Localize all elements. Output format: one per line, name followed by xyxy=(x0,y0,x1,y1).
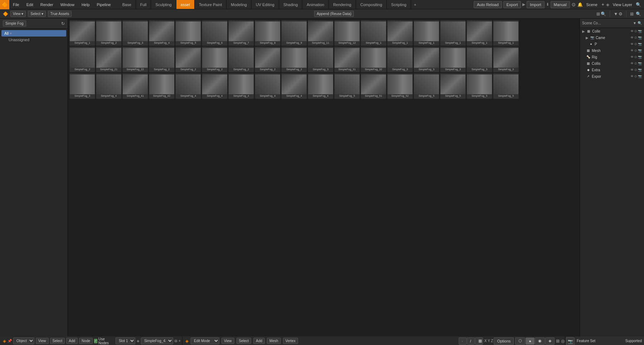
asset-simplefog-1c[interactable]: SimpleFog_1 xyxy=(387,20,413,46)
asset-simplefog-1d[interactable]: SimpleFog_1 xyxy=(414,20,439,46)
asset-r2-8[interactable]: SimpleFog_2 xyxy=(255,47,280,72)
import-button[interactable]: Import xyxy=(527,1,544,8)
menu-pipeline[interactable]: Pipeline xyxy=(93,0,114,9)
overlay-icon[interactable]: ⊞ xyxy=(556,339,560,344)
asset-grid[interactable]: SimpleFog_1 SimpleFog_2 SimpleFog_3 Simp… xyxy=(68,19,580,336)
asset-simplefog-7[interactable]: SimpleFog_7 xyxy=(228,20,254,46)
copy-icon[interactable]: ⧉ xyxy=(175,339,177,343)
ws-tab-sculpting[interactable]: Sculpting xyxy=(151,0,176,9)
asset-r2-2[interactable]: SimpleFog_21 xyxy=(96,47,122,72)
vp-vertex-btn[interactable]: Vertex xyxy=(283,338,298,344)
asset-r3-9[interactable]: SimpleFog_4 xyxy=(281,73,307,99)
object-mode-select[interactable]: Object xyxy=(13,337,34,344)
asset-simplefog-1e[interactable]: SimpleFog_1 xyxy=(440,20,466,46)
menu-edit[interactable]: Edit xyxy=(23,0,37,9)
asset-r3-5[interactable]: SimpleFog_4 xyxy=(175,73,201,99)
ws-tab-animation[interactable]: Animation xyxy=(302,0,329,9)
catalog-unassigned[interactable]: Unassigned xyxy=(1,37,66,43)
outliner-item-expor[interactable]: ↗ Expor 👁 ⊙ 📷 xyxy=(580,73,644,80)
render-icon[interactable]: 📷 xyxy=(638,29,642,33)
outliner-item-colle[interactable]: ▶ ▦ Colle 👁 ⊙ 📷 xyxy=(580,28,644,34)
asset-r2-14[interactable]: SimpleFog_3 xyxy=(414,47,439,72)
asset-r2-7[interactable]: SimpleFog_2 xyxy=(228,47,254,72)
solid-btn[interactable]: ● xyxy=(526,337,535,345)
add-btn[interactable]: Add xyxy=(66,338,78,344)
ws-tab-asset[interactable]: asset xyxy=(176,0,195,9)
ws-tab-scripting[interactable]: Scripting xyxy=(387,0,411,9)
menu-file[interactable]: File xyxy=(9,0,23,9)
ws-tab-full[interactable]: Full xyxy=(136,0,151,9)
vis-icon[interactable]: 👁 xyxy=(630,29,634,33)
pin-icon[interactable]: 📌 xyxy=(8,339,12,343)
outliner-item-rig[interactable]: 🦴 Rig 👁 ⊙ 📷 xyxy=(580,54,644,60)
catalog-all[interactable]: All + xyxy=(1,30,66,37)
view-btn[interactable]: View xyxy=(36,338,49,344)
outliner-item-extra[interactable]: ◆ Extra 👁 ⊙ 📷 xyxy=(580,67,644,73)
asset-r3-8[interactable]: SimpleFog_4 xyxy=(255,73,280,99)
use-nodes-checkbox[interactable]: ✓ xyxy=(94,339,97,343)
asset-simplefog-9[interactable]: SimpleFog_9 xyxy=(281,20,307,46)
render-tab-icon[interactable]: 📷 xyxy=(574,337,575,345)
vertex-select-btn[interactable]: · xyxy=(459,337,467,345)
library-dropdown[interactable]: Simple Fog xyxy=(3,20,26,27)
asset-r2-17[interactable]: SimpleFog_3 xyxy=(493,47,519,72)
asset-r2-5[interactable]: SimpleFog_2 xyxy=(175,47,201,72)
asset-simplefog-11[interactable]: SimpleFog_11 xyxy=(308,20,333,46)
xray-icon[interactable]: X Y Z xyxy=(484,339,493,343)
asset-simplefog-2[interactable]: SimpleFog_2 xyxy=(96,20,122,46)
vp-view-btn[interactable]: View xyxy=(221,338,234,344)
outliner-item-camera[interactable]: ▶ 📷 Came 👁 ⊙ 📷 xyxy=(580,34,644,41)
vp-add-btn[interactable]: Add xyxy=(253,338,265,344)
outliner-item-mesh[interactable]: ▦ Mesh 👁 ⊙ 📷 xyxy=(580,47,644,54)
asset-simplefog-1g[interactable]: SimpleFog_1 xyxy=(493,20,519,46)
ws-tab-texture-paint[interactable]: Texture Paint xyxy=(195,0,226,9)
vp-mesh-btn[interactable]: Mesh xyxy=(267,338,280,344)
vp-select-btn[interactable]: Select xyxy=(236,338,252,344)
gizmo-icon[interactable]: ◎ xyxy=(561,339,565,344)
asset-r3-2[interactable]: SimpleFog_4 xyxy=(96,73,122,99)
asset-simplefog-6[interactable]: SimpleFog_6 xyxy=(202,20,228,46)
asset-simplefog-1[interactable]: SimpleFog_1 xyxy=(69,20,95,46)
asset-r3-10[interactable]: SimpleFog_4 xyxy=(308,73,333,99)
manual-button[interactable]: Manual xyxy=(551,1,570,8)
asset-r3-14[interactable]: SimpleFog_5 xyxy=(414,73,439,99)
select-icon[interactable]: ⊙ xyxy=(634,29,637,33)
asset-r2-1[interactable]: SimpleFog_2 xyxy=(69,47,95,72)
ws-tab-add[interactable]: + xyxy=(411,0,419,9)
asset-r2-6[interactable]: SimpleFog_2 xyxy=(202,47,228,72)
filter-icon[interactable]: ▼ xyxy=(633,21,636,25)
ws-tab-uv-editing[interactable]: UV Editing xyxy=(252,0,279,9)
asset-r2-16[interactable]: SimpleFog_3 xyxy=(467,47,492,72)
asset-r2-9[interactable]: SimpleFog_2 xyxy=(281,47,307,72)
search-icon[interactable]: 🔍 xyxy=(638,21,642,25)
material-preview-btn[interactable]: ◉ xyxy=(535,337,545,345)
asset-r3-13[interactable]: SimpleFog_52 xyxy=(387,73,413,99)
menu-help[interactable]: Help xyxy=(78,0,93,9)
ws-tab-shading[interactable]: Shading xyxy=(279,0,302,9)
asset-r2-3[interactable]: SimpleFog_22 xyxy=(122,47,148,72)
ws-tab-rendering[interactable]: Rendering xyxy=(329,0,356,9)
asset-simplefog-12[interactable]: SimpleFog_12 xyxy=(334,20,360,46)
asset-simplefog-1b[interactable]: SimpleFog_1 xyxy=(361,20,386,46)
asset-r3-7[interactable]: SimpleFog_4 xyxy=(228,73,254,99)
asset-simplefog-4[interactable]: SimpleFog_4 xyxy=(149,20,175,46)
append-dropdown[interactable]: Append (Reuse Data) xyxy=(314,11,354,17)
material-select[interactable]: SimpleFog_43 xyxy=(141,337,173,344)
new-icon[interactable]: + xyxy=(179,339,181,343)
select-btn[interactable]: Select xyxy=(50,338,65,344)
use-nodes-toggle[interactable]: ✓ Use Nodes xyxy=(94,337,110,345)
asset-r2-4[interactable]: SimpleFog_2 xyxy=(149,47,175,72)
asset-dropdown[interactable]: True Assets xyxy=(48,11,72,17)
asset-r3-1[interactable]: SimpleFog_3 xyxy=(69,73,95,99)
outliner-item-collis[interactable]: ▦ Collis 👁 ⊙ 📷 xyxy=(580,60,644,67)
asset-r3-4[interactable]: SimpleFog_42 xyxy=(149,73,175,99)
asset-r2-10[interactable]: SimpleFog_3 xyxy=(308,47,333,72)
outliner-item-p[interactable]: ● P 👁 ⊙ 📷 xyxy=(580,41,644,47)
rendered-btn[interactable]: ◈ xyxy=(545,337,555,345)
ws-tab-base[interactable]: Base xyxy=(118,0,136,9)
edge-select-btn[interactable]: / xyxy=(467,337,475,345)
ws-tab-modeling[interactable]: Modeling xyxy=(226,0,252,9)
asset-r2-12[interactable]: SimpleFog_32 xyxy=(361,47,386,72)
ws-tab-compositing[interactable]: Compositing xyxy=(356,0,387,9)
asset-r2-15[interactable]: SimpleFog_3 xyxy=(440,47,466,72)
